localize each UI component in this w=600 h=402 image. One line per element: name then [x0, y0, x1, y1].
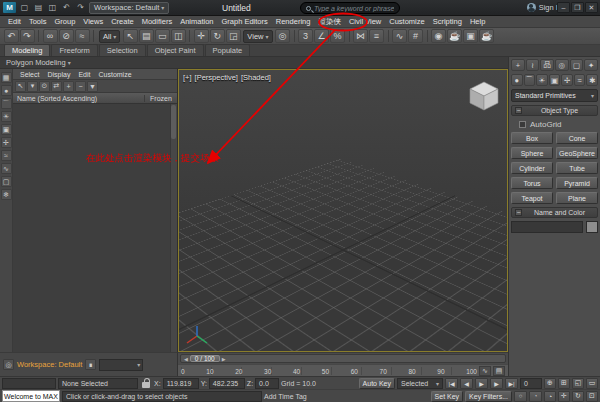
tab-modeling[interactable]: Modeling: [4, 44, 50, 56]
selection-set-dropdown[interactable]: ▾: [99, 359, 143, 371]
column-header-name[interactable]: Name (Sorted Ascending): [13, 95, 145, 102]
add-time-tag[interactable]: Add Time Tag: [264, 393, 307, 400]
collapse-icon[interactable]: −: [515, 209, 522, 216]
geosphere-button[interactable]: GeoSphere: [556, 147, 598, 159]
zoom-extents-icon[interactable]: ◱: [572, 378, 584, 389]
angle-snap-icon[interactable]: ∠: [314, 29, 329, 43]
display-lights-icon[interactable]: ☀: [1, 111, 12, 122]
set-key-button[interactable]: Set Key: [431, 391, 464, 402]
unlink-icon[interactable]: ⊘: [59, 29, 74, 43]
viewcube[interactable]: [466, 80, 502, 112]
shapes-icon[interactable]: ⌒: [524, 74, 536, 86]
display-all-icon[interactable]: ▦: [1, 72, 12, 83]
next-frame-arrow-icon[interactable]: ▶: [220, 356, 228, 362]
previous-frame-arrow-icon[interactable]: ◀: [182, 356, 190, 362]
isolate-selection-icon[interactable]: ◎: [3, 359, 14, 370]
menu-help[interactable]: Help: [466, 17, 489, 26]
bind-spacewarp-icon[interactable]: ≈: [75, 29, 90, 43]
select-link-icon[interactable]: ∞: [43, 29, 58, 43]
previous-frame-icon[interactable]: ◀: [460, 378, 473, 389]
geometry-icon[interactable]: ●: [511, 74, 523, 86]
zoom-all-icon[interactable]: ⊞: [558, 378, 570, 389]
display-spacewarps-icon[interactable]: ≈: [1, 150, 12, 161]
select-move-icon[interactable]: ✛: [194, 29, 209, 43]
undo-icon[interactable]: ↶: [61, 2, 72, 13]
select-rotate-icon[interactable]: ↻: [210, 29, 225, 43]
tab-populate[interactable]: Populate: [205, 44, 251, 56]
time-config-icon[interactable]: ◔: [529, 391, 542, 402]
menu-rendering[interactable]: Rendering: [272, 17, 315, 26]
tab-freeform[interactable]: Freeform: [51, 44, 97, 56]
object-color-swatch[interactable]: [586, 221, 598, 233]
open-file-icon[interactable]: ▤: [33, 2, 44, 13]
menu-edit[interactable]: Edit: [4, 17, 25, 26]
tab-object-paint[interactable]: Object Paint: [147, 44, 204, 56]
ribbon-section-polygon-modeling[interactable]: Polygon Modeling ▾: [0, 57, 508, 69]
find-icon[interactable]: ⊙: [39, 81, 50, 92]
hierarchy-tab-icon[interactable]: 品: [540, 59, 554, 71]
maximize-button[interactable]: ❐: [571, 2, 584, 13]
filter-icon[interactable]: ▼: [87, 81, 98, 92]
save-file-icon[interactable]: ◫: [47, 2, 58, 13]
key-filters-button[interactable]: Key Filters...: [465, 391, 512, 402]
go-to-start-icon[interactable]: |◀: [445, 378, 458, 389]
use-center-icon[interactable]: ◎: [275, 29, 290, 43]
explorer-list[interactable]: [13, 104, 177, 352]
orbit-icon[interactable]: ↻: [572, 391, 584, 402]
auto-key-button[interactable]: Auto Key: [359, 378, 395, 389]
tube-button[interactable]: Tube: [556, 162, 598, 174]
go-to-end-icon[interactable]: ▶|: [505, 378, 518, 389]
display-helpers-icon[interactable]: ✢: [1, 137, 12, 148]
time-tag-icon[interactable]: ▤: [493, 366, 505, 376]
viewport-general-menu[interactable]: [+]: [183, 73, 192, 82]
pick-parent-icon[interactable]: ↖: [15, 81, 26, 92]
menu-graph-editors[interactable]: Graph Editors: [218, 17, 272, 26]
key-mode-icon[interactable]: ○: [514, 391, 527, 402]
window-crossing-icon[interactable]: ◫: [171, 29, 186, 43]
undo-icon[interactable]: ↶: [4, 29, 19, 43]
selection-lock-icon[interactable]: ∎: [85, 359, 96, 370]
workspace-status-label[interactable]: Workspace: Default: [17, 360, 82, 369]
collapse-all-icon[interactable]: −: [75, 81, 86, 92]
y-coordinate-field[interactable]: 482.235: [209, 378, 245, 389]
search-input[interactable]: [314, 5, 394, 12]
explorer-menu-edit[interactable]: Edit: [74, 71, 94, 78]
sync-selection-icon[interactable]: ⇄: [51, 81, 62, 92]
schematic-view-icon[interactable]: #: [408, 29, 423, 43]
display-geometry-icon[interactable]: ●: [1, 85, 12, 96]
utilities-tab-icon[interactable]: ✦: [584, 59, 598, 71]
viewport-shading-menu[interactable]: [Shaded]: [241, 73, 271, 82]
menu-tools[interactable]: Tools: [25, 17, 51, 26]
sphere-button[interactable]: Sphere: [511, 147, 553, 159]
rect-region-icon[interactable]: ▭: [155, 29, 170, 43]
search-box[interactable]: [300, 2, 400, 14]
display-bones-icon[interactable]: ∿: [1, 163, 12, 174]
object-name-field[interactable]: [511, 221, 583, 233]
redo-icon[interactable]: ↷: [20, 29, 35, 43]
selection-filter-dropdown[interactable]: All ▾: [99, 30, 120, 43]
maxscript-mini-listener[interactable]: [2, 378, 56, 389]
select-by-name-icon[interactable]: ▤: [139, 29, 154, 43]
display-tab-icon[interactable]: ▢: [570, 59, 584, 71]
select-object-icon[interactable]: ↖: [123, 29, 138, 43]
box-button[interactable]: Box: [511, 132, 553, 144]
modify-tab-icon[interactable]: ≀: [526, 59, 540, 71]
play-icon[interactable]: ▶: [475, 378, 488, 389]
menu-scripting[interactable]: Scripting: [429, 17, 466, 26]
display-containers-icon[interactable]: ▢: [1, 176, 12, 187]
select-scale-icon[interactable]: ◲: [226, 29, 241, 43]
explorer-scrollbar[interactable]: [170, 104, 177, 352]
explorer-menu-customize[interactable]: Customize: [94, 71, 135, 78]
close-button[interactable]: ✕: [585, 2, 598, 13]
align-icon[interactable]: ≡: [369, 29, 384, 43]
tab-selection[interactable]: Selection: [99, 44, 146, 56]
time-slider-track[interactable]: ◀ 0 / 100 ▶: [180, 354, 506, 363]
x-coordinate-field[interactable]: 119.819: [163, 378, 199, 389]
expand-all-icon[interactable]: +: [63, 81, 74, 92]
helpers-icon[interactable]: ✢: [561, 74, 573, 86]
snap-toggle-icon[interactable]: 3: [298, 29, 313, 43]
column-header-frozen[interactable]: Frozen: [145, 95, 177, 102]
current-frame-field[interactable]: 0: [520, 378, 542, 389]
new-scene-icon[interactable]: ▢: [19, 2, 30, 13]
max-logo-icon[interactable]: M: [3, 2, 16, 13]
